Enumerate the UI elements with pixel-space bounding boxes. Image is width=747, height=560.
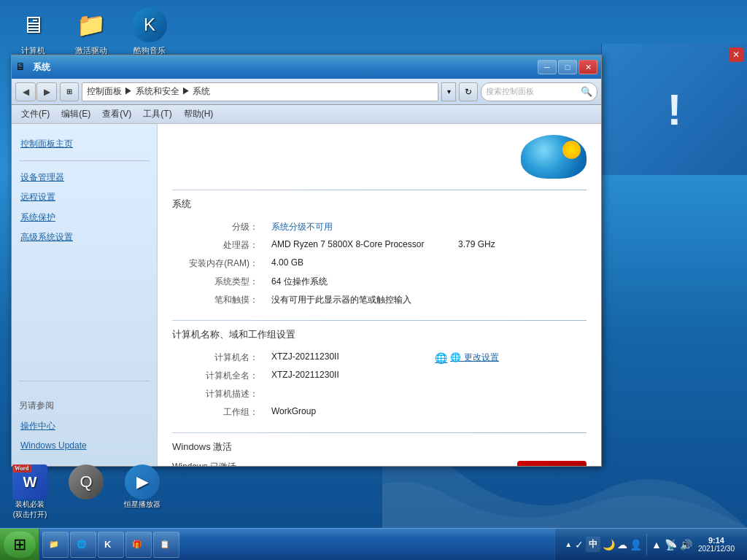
window-controls: ─ □ ✕ bbox=[538, 60, 597, 74]
maximize-button[interactable]: □ bbox=[558, 60, 577, 74]
driver-icon: 📁 bbox=[74, 7, 109, 42]
desktop-icon-driver[interactable]: 📁 激活驱动 bbox=[66, 7, 117, 56]
arrow-expand-tray[interactable]: ▲ bbox=[651, 539, 662, 551]
processor-row: 处理器： AMD Ryzen 7 5800X 8-Core Processor … bbox=[172, 236, 587, 254]
desktop-icons-top: 🖥 计算机 📁 激活驱动 K 酷狗音乐 bbox=[7, 7, 175, 56]
taskbar-item-explorer[interactable]: 📁 bbox=[42, 532, 69, 558]
notification-area: ▲ ✓ 中 🌙 ☁ 👤 ▲ 📡 🔊 9:14 2021/12/30 bbox=[554, 529, 747, 561]
workgroup-label: 工作组： bbox=[172, 403, 267, 421]
desktop-icons-bottom: W Word 装机必装 (双击打开) Q ▶ 恒星播放器 bbox=[0, 461, 172, 524]
back-button[interactable]: ◀ bbox=[15, 82, 36, 101]
ram-row: 安装内存(RAM)： 4.00 GB bbox=[172, 254, 587, 273]
grade-value[interactable]: 系统分级不可用 bbox=[267, 218, 587, 236]
taskbar-item-gift[interactable]: 🎁 bbox=[125, 532, 152, 558]
desktop: 🖥 计算机 📁 激活驱动 K 酷狗音乐 ✕ ! 🖥 系统 ─ □ ✕ bbox=[0, 0, 747, 560]
network-tray-icon[interactable]: 📡 bbox=[665, 539, 677, 551]
bg-window-close-button[interactable]: ✕ bbox=[729, 47, 743, 62]
computer-fullname-label: 计算机全名： bbox=[172, 367, 267, 385]
system-type-label: 系统类型： bbox=[172, 273, 267, 291]
language-indicator[interactable]: 中 bbox=[586, 537, 600, 552]
close-button[interactable]: ✕ bbox=[578, 60, 597, 74]
music-icon: K bbox=[132, 7, 167, 42]
sidebar-home-link[interactable]: 控制面板主页 bbox=[19, 135, 150, 153]
forward-button[interactable]: ▶ bbox=[36, 82, 57, 101]
system-type-row: 系统类型： 64 位操作系统 bbox=[172, 273, 587, 291]
user-tray-icon[interactable]: 👤 bbox=[630, 539, 642, 551]
moon-tray-icon[interactable]: 🌙 bbox=[603, 539, 615, 551]
sidebar-remote-settings[interactable]: 远程设置 bbox=[19, 188, 150, 206]
taskbar: ⊞ 📁 🌐 K 🎁 📋 ▲ ✓ bbox=[0, 528, 747, 560]
content-area: 系统 分级： 系统分级不可用 处理器： AMD Ryzen 7 5800X 8-… bbox=[158, 124, 601, 466]
taskbar-item-ie[interactable]: 🌐 bbox=[70, 532, 96, 558]
quicktime-icon: Q bbox=[69, 464, 104, 499]
computer-desc-label: 计算机描述： bbox=[172, 385, 267, 403]
menu-tools[interactable]: 工具(T) bbox=[137, 106, 177, 122]
clock[interactable]: 9:14 2021/12/30 bbox=[695, 536, 738, 553]
activation-box: Windows 已激活 产品 ID： 00426-OEM-8992662-001… bbox=[172, 461, 587, 466]
computer-divider bbox=[172, 320, 587, 321]
sidebar-advanced-settings[interactable]: 高级系统设置 bbox=[19, 228, 150, 246]
clock-date: 2021/12/30 bbox=[698, 545, 735, 553]
search-placeholder: 搜索控制面板 bbox=[486, 86, 534, 97]
qq-icon: K bbox=[104, 539, 111, 550]
sidebar-action-center[interactable]: 操作中心 bbox=[19, 417, 150, 435]
volume-tray-icon[interactable]: 🔊 bbox=[680, 539, 692, 551]
address-path[interactable]: 控制面板 ▶ 系统和安全 ▶ 系统 bbox=[82, 82, 438, 101]
search-icon: 🔍 bbox=[581, 86, 592, 97]
title-bar-left: 🖥 系统 bbox=[15, 61, 50, 74]
computer-info-table: 计算机名： XTZJ-20211230II 🌐 🌐 更改设置 计算机全名： XT… bbox=[172, 349, 587, 421]
tray-separator bbox=[646, 534, 647, 556]
explorer-icon: 📁 bbox=[49, 540, 59, 549]
title-bar: 🖥 系统 ─ □ ✕ bbox=[12, 55, 601, 79]
ram-value: 4.00 GB bbox=[267, 254, 587, 273]
menu-file[interactable]: 文件(F) bbox=[15, 106, 55, 122]
menu-help[interactable]: 帮助(H) bbox=[178, 106, 220, 122]
workgroup-value: WorkGroup bbox=[267, 403, 420, 421]
activation-section-title: Windows 激活 bbox=[172, 440, 587, 454]
sidebar-system-protect[interactable]: 系统保护 bbox=[19, 209, 150, 227]
desktop-icon-player[interactable]: ▶ 恒星播放器 bbox=[116, 464, 169, 520]
tray-expand-button[interactable]: ▲ bbox=[565, 540, 572, 548]
sidebar-separator bbox=[19, 160, 150, 161]
ram-label: 安装内存(RAM)： bbox=[172, 254, 267, 273]
sidebar-windows-update[interactable]: Windows Update bbox=[19, 437, 150, 455]
main-area: 控制面板主页 设备管理器 远程设置 系统保护 高级系统设置 另请参阅 操作中心 … bbox=[12, 124, 601, 466]
taskbar-item-clipboard[interactable]: 📋 bbox=[153, 532, 179, 558]
taskbar-item-qq[interactable]: K bbox=[98, 532, 124, 558]
activation-status: Windows 已激活 bbox=[172, 461, 510, 466]
address-bar: ◀ ▶ ⊞ 控制面板 ▶ 系统和安全 ▶ 系统 ▾ ↻ 搜索控制面板 🔍 bbox=[12, 79, 601, 105]
computer-name-row: 计算机名： XTZJ-20211230II 🌐 🌐 更改设置 bbox=[172, 349, 587, 367]
clock-time: 9:14 bbox=[708, 536, 724, 545]
refresh-button[interactable]: ↻ bbox=[459, 82, 478, 101]
pen-touch-label: 笔和触摸： bbox=[172, 291, 267, 309]
desktop-icon-music[interactable]: K 酷狗音乐 bbox=[124, 7, 175, 56]
desktop-icon-quicktime[interactable]: Q bbox=[60, 464, 112, 520]
start-button[interactable]: ⊞ bbox=[0, 529, 39, 561]
change-settings-link[interactable]: 🌐 🌐 更改设置 bbox=[435, 351, 582, 364]
sidebar-device-manager[interactable]: 设备管理器 bbox=[19, 168, 150, 187]
background-window: ✕ ! bbox=[601, 44, 747, 175]
computer-name-value: XTZJ-20211230II bbox=[267, 349, 420, 367]
pen-touch-value: 没有可用于此显示器的笔或触控输入 bbox=[267, 291, 587, 309]
desktop-icon-computer[interactable]: 🖥 计算机 bbox=[7, 7, 58, 56]
search-box[interactable]: 搜索控制面板 🔍 bbox=[481, 82, 597, 101]
recent-pages-button[interactable]: ⊞ bbox=[60, 82, 79, 101]
activation-badge: 使用 微软 软件 ★ 正版授权 安全 稳定 声誉 bbox=[517, 461, 587, 466]
system-type-value: 64 位操作系统 bbox=[267, 273, 587, 291]
word-icon-label: 装机必装 (双击打开) bbox=[13, 499, 47, 520]
system-info-table: 分级： 系统分级不可用 处理器： AMD Ryzen 7 5800X 8-Cor… bbox=[172, 218, 587, 309]
desktop-icon-word[interactable]: W Word 装机必装 (双击打开) bbox=[4, 464, 56, 520]
menu-view[interactable]: 查看(V) bbox=[96, 106, 137, 122]
menu-edit[interactable]: 编辑(E) bbox=[55, 106, 96, 122]
grade-row: 分级： 系统分级不可用 bbox=[172, 218, 587, 236]
address-dropdown-button[interactable]: ▾ bbox=[441, 82, 456, 101]
window-title: 系统 bbox=[33, 61, 50, 74]
globe-icon: 🌐 bbox=[435, 352, 447, 364]
pen-touch-row: 笔和触摸： 没有可用于此显示器的笔或触控输入 bbox=[172, 291, 587, 309]
weather-tray-icon[interactable]: ☁ bbox=[617, 539, 627, 551]
exclamation-icon: ! bbox=[667, 85, 682, 135]
minimize-button[interactable]: ─ bbox=[538, 60, 557, 74]
gift-icon: 🎁 bbox=[132, 540, 142, 549]
check-tray-icon[interactable]: ✓ bbox=[575, 539, 584, 551]
windows-logo bbox=[172, 135, 587, 179]
